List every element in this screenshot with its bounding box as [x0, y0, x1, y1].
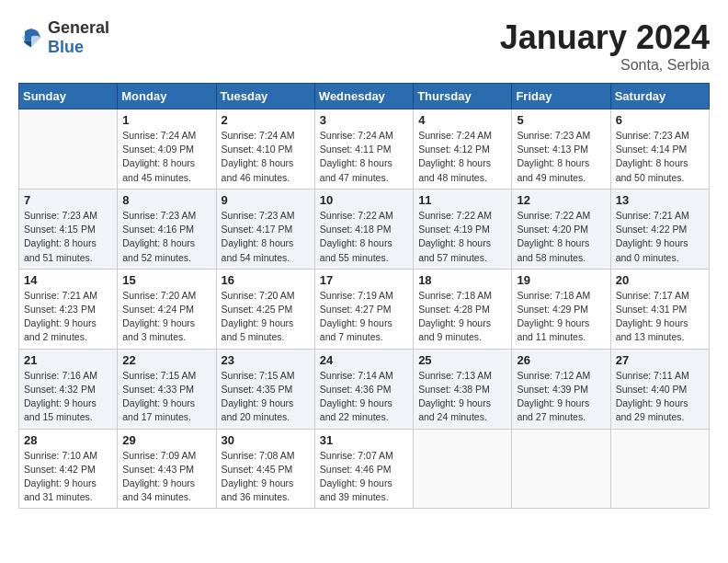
calendar-cell: 24Sunrise: 7:14 AMSunset: 4:36 PMDayligh… — [314, 349, 413, 429]
calendar-week-row: 28Sunrise: 7:10 AMSunset: 4:42 PMDayligh… — [19, 429, 710, 509]
day-info: Sunrise: 7:23 AMSunset: 4:15 PMDaylight:… — [24, 209, 112, 265]
day-number: 10 — [320, 193, 408, 207]
day-number: 12 — [517, 193, 605, 207]
day-number: 8 — [122, 193, 210, 207]
day-number: 9 — [222, 193, 310, 207]
calendar-cell — [512, 429, 610, 509]
day-number: 11 — [418, 193, 506, 207]
calendar-cell: 6Sunrise: 7:23 AMSunset: 4:14 PMDaylight… — [610, 109, 709, 190]
day-info: Sunrise: 7:20 AMSunset: 4:25 PMDaylight:… — [222, 289, 310, 345]
calendar-cell: 26Sunrise: 7:12 AMSunset: 4:39 PMDayligh… — [512, 349, 610, 429]
day-number: 28 — [24, 433, 112, 447]
weekday-header-tuesday: Tuesday — [216, 84, 314, 109]
day-number: 30 — [222, 433, 310, 447]
day-info: Sunrise: 7:11 AMSunset: 4:40 PMDaylight:… — [616, 369, 704, 425]
day-info: Sunrise: 7:24 AMSunset: 4:09 PMDaylight:… — [122, 129, 210, 185]
weekday-header-monday: Monday — [118, 84, 216, 109]
day-info: Sunrise: 7:07 AMSunset: 4:46 PMDaylight:… — [320, 449, 408, 505]
day-number: 18 — [418, 273, 506, 287]
day-number: 21 — [24, 353, 112, 367]
calendar-cell: 5Sunrise: 7:23 AMSunset: 4:13 PMDaylight… — [512, 109, 610, 190]
calendar-cell: 1Sunrise: 7:24 AMSunset: 4:09 PMDaylight… — [118, 109, 216, 190]
calendar-cell: 9Sunrise: 7:23 AMSunset: 4:17 PMDaylight… — [216, 189, 314, 269]
day-number: 1 — [122, 113, 210, 127]
day-number: 14 — [24, 273, 112, 287]
calendar-cell: 23Sunrise: 7:15 AMSunset: 4:35 PMDayligh… — [216, 349, 314, 429]
calendar-cell: 30Sunrise: 7:08 AMSunset: 4:45 PMDayligh… — [216, 429, 314, 509]
calendar-cell: 16Sunrise: 7:20 AMSunset: 4:25 PMDayligh… — [216, 269, 314, 349]
day-info: Sunrise: 7:19 AMSunset: 4:27 PMDaylight:… — [320, 289, 408, 345]
weekday-header-saturday: Saturday — [610, 84, 709, 109]
calendar-week-row: 21Sunrise: 7:16 AMSunset: 4:32 PMDayligh… — [19, 349, 710, 429]
day-info: Sunrise: 7:21 AMSunset: 4:22 PMDaylight:… — [616, 209, 704, 265]
month-title: January 2024 — [500, 18, 710, 57]
calendar-cell: 4Sunrise: 7:24 AMSunset: 4:12 PMDaylight… — [414, 109, 512, 190]
day-info: Sunrise: 7:22 AMSunset: 4:18 PMDaylight:… — [320, 209, 408, 265]
calendar-cell: 21Sunrise: 7:16 AMSunset: 4:32 PMDayligh… — [19, 349, 118, 429]
calendar-cell: 19Sunrise: 7:18 AMSunset: 4:29 PMDayligh… — [512, 269, 610, 349]
calendar-cell: 10Sunrise: 7:22 AMSunset: 4:18 PMDayligh… — [314, 189, 413, 269]
day-info: Sunrise: 7:16 AMSunset: 4:32 PMDaylight:… — [24, 369, 112, 425]
calendar-cell: 7Sunrise: 7:23 AMSunset: 4:15 PMDaylight… — [19, 189, 118, 269]
day-info: Sunrise: 7:24 AMSunset: 4:10 PMDaylight:… — [222, 129, 310, 185]
day-number: 26 — [517, 353, 605, 367]
day-number: 24 — [320, 353, 408, 367]
calendar-week-row: 7Sunrise: 7:23 AMSunset: 4:15 PMDaylight… — [19, 189, 710, 269]
calendar-cell: 20Sunrise: 7:17 AMSunset: 4:31 PMDayligh… — [610, 269, 709, 349]
calendar-cell: 18Sunrise: 7:18 AMSunset: 4:28 PMDayligh… — [414, 269, 512, 349]
day-number: 16 — [222, 273, 310, 287]
day-number: 7 — [24, 193, 112, 207]
day-info: Sunrise: 7:23 AMSunset: 4:13 PMDaylight:… — [517, 129, 605, 185]
day-info: Sunrise: 7:08 AMSunset: 4:45 PMDaylight:… — [222, 449, 310, 505]
calendar-cell: 15Sunrise: 7:20 AMSunset: 4:24 PMDayligh… — [118, 269, 216, 349]
day-info: Sunrise: 7:18 AMSunset: 4:29 PMDaylight:… — [517, 289, 605, 345]
day-info: Sunrise: 7:22 AMSunset: 4:19 PMDaylight:… — [418, 209, 506, 265]
day-info: Sunrise: 7:23 AMSunset: 4:17 PMDaylight:… — [222, 209, 310, 265]
day-info: Sunrise: 7:24 AMSunset: 4:11 PMDaylight:… — [320, 129, 408, 185]
day-number: 20 — [616, 273, 704, 287]
day-number: 22 — [122, 353, 210, 367]
calendar-cell: 28Sunrise: 7:10 AMSunset: 4:42 PMDayligh… — [19, 429, 118, 509]
day-number: 6 — [616, 113, 704, 127]
day-number: 2 — [222, 113, 310, 127]
day-info: Sunrise: 7:15 AMSunset: 4:35 PMDaylight:… — [222, 369, 310, 425]
calendar-table: SundayMondayTuesdayWednesdayThursdayFrid… — [18, 83, 710, 509]
logo-general: General — [48, 18, 109, 37]
day-info: Sunrise: 7:22 AMSunset: 4:20 PMDaylight:… — [517, 209, 605, 265]
calendar-cell: 3Sunrise: 7:24 AMSunset: 4:11 PMDaylight… — [314, 109, 413, 190]
day-number: 17 — [320, 273, 408, 287]
weekday-header-thursday: Thursday — [414, 84, 512, 109]
calendar-cell: 17Sunrise: 7:19 AMSunset: 4:27 PMDayligh… — [314, 269, 413, 349]
calendar-cell — [414, 429, 512, 509]
calendar-cell: 14Sunrise: 7:21 AMSunset: 4:23 PMDayligh… — [19, 269, 118, 349]
calendar-week-row: 1Sunrise: 7:24 AMSunset: 4:09 PMDaylight… — [19, 109, 710, 190]
day-number: 29 — [122, 433, 210, 447]
day-number: 31 — [320, 433, 408, 447]
day-info: Sunrise: 7:24 AMSunset: 4:12 PMDaylight:… — [418, 129, 506, 185]
calendar-cell — [610, 429, 709, 509]
title-section: January 2024 Sonta, Serbia — [500, 18, 710, 74]
weekday-header-wednesday: Wednesday — [314, 84, 413, 109]
day-info: Sunrise: 7:18 AMSunset: 4:28 PMDaylight:… — [418, 289, 506, 345]
location-title: Sonta, Serbia — [500, 57, 710, 74]
day-number: 3 — [320, 113, 408, 127]
day-info: Sunrise: 7:23 AMSunset: 4:14 PMDaylight:… — [616, 129, 704, 185]
day-number: 23 — [222, 353, 310, 367]
calendar-week-row: 14Sunrise: 7:21 AMSunset: 4:23 PMDayligh… — [19, 269, 710, 349]
day-info: Sunrise: 7:21 AMSunset: 4:23 PMDaylight:… — [24, 289, 112, 345]
day-info: Sunrise: 7:09 AMSunset: 4:43 PMDaylight:… — [122, 449, 210, 505]
logo-blue: Blue — [48, 38, 84, 56]
day-number: 27 — [616, 353, 704, 367]
calendar-cell: 27Sunrise: 7:11 AMSunset: 4:40 PMDayligh… — [610, 349, 709, 429]
calendar-cell: 25Sunrise: 7:13 AMSunset: 4:38 PMDayligh… — [414, 349, 512, 429]
day-info: Sunrise: 7:12 AMSunset: 4:39 PMDaylight:… — [517, 369, 605, 425]
day-info: Sunrise: 7:14 AMSunset: 4:36 PMDaylight:… — [320, 369, 408, 425]
page-header: General Blue January 2024 Sonta, Serbia — [18, 18, 710, 74]
day-number: 5 — [517, 113, 605, 127]
calendar-cell — [19, 109, 118, 190]
day-info: Sunrise: 7:13 AMSunset: 4:38 PMDaylight:… — [418, 369, 506, 425]
logo: General Blue — [18, 18, 109, 57]
day-number: 19 — [517, 273, 605, 287]
calendar-cell: 11Sunrise: 7:22 AMSunset: 4:19 PMDayligh… — [414, 189, 512, 269]
day-info: Sunrise: 7:23 AMSunset: 4:16 PMDaylight:… — [122, 209, 210, 265]
